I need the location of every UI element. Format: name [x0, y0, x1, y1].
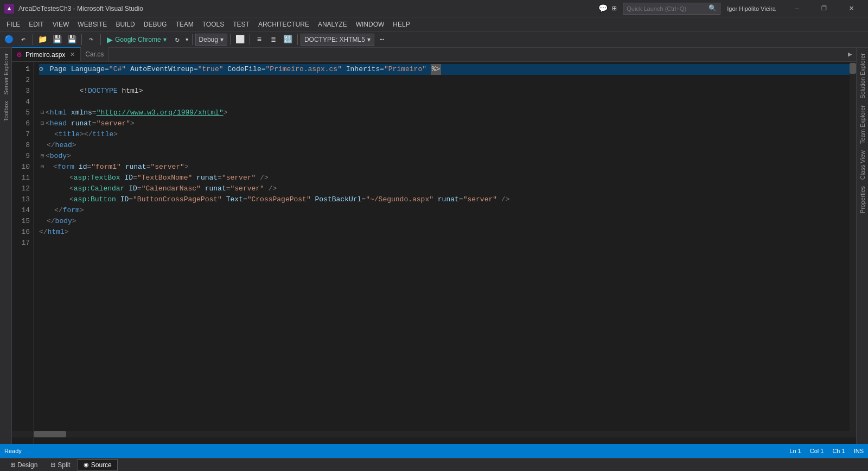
right-sidebar: Solution Explorer Team Explorer Class Vi… — [856, 48, 868, 444]
vscroll-thumb[interactable] — [850, 63, 856, 74]
code-line-9: ⊟ <body> — [39, 151, 856, 162]
line-num-16: 16 — [14, 227, 30, 238]
tab-split[interactable]: ⊟ Split — [44, 459, 76, 471]
doctype-dropdown[interactable]: DOCTYPE: XHTML5 ▾ — [301, 34, 374, 46]
debug-dropdown[interactable]: Debug ▾ — [195, 34, 227, 46]
tab-close-primeiro[interactable]: ✕ — [68, 51, 76, 59]
code-line-12: <asp:Calendar ID="CalendarNasc" runat="s… — [39, 183, 856, 194]
line-num-4: 4 — [14, 97, 30, 107]
tb-icon3[interactable]: ≣ — [267, 33, 280, 46]
tb-sep7 — [297, 34, 298, 45]
line-num-11: 11 — [14, 173, 30, 183]
redo-button[interactable]: ↷ — [85, 33, 98, 46]
tabs-scroll-right[interactable]: ▶ — [844, 47, 856, 61]
menu-window[interactable]: WINDOW — [352, 17, 389, 31]
tab-design[interactable]: ⊞ Design — [4, 459, 43, 471]
menu-build[interactable]: BUILD — [111, 17, 139, 31]
menu-view[interactable]: VIEW — [48, 17, 74, 31]
aspx-file-icon: ⚙ — [16, 51, 22, 59]
source-icon: ◉ — [84, 461, 89, 468]
menu-team[interactable]: TEAM — [171, 17, 197, 31]
line-num-15: 15 — [14, 216, 30, 227]
tb-icon4[interactable]: 🔠 — [281, 33, 295, 46]
code-line-16: </html> — [39, 227, 856, 238]
run-label: Google Chrome — [115, 36, 161, 43]
line-num-12: 12 — [14, 183, 30, 194]
tab-car-cs[interactable]: Car.cs — [81, 47, 108, 61]
undo-button[interactable]: ↶ — [17, 33, 30, 46]
split-label: Split — [58, 461, 70, 469]
menu-bar: FILE EDIT VIEW WEBSITE BUILD DEBUG TEAM … — [0, 17, 868, 31]
line-num-10: 10 — [14, 162, 30, 173]
source-label: Source — [91, 461, 112, 469]
editor-hscrollbar[interactable] — [12, 431, 856, 437]
tb-icon2[interactable]: ≡ — [253, 33, 266, 46]
menu-file[interactable]: FILE — [2, 17, 24, 31]
hscroll-thumb[interactable] — [34, 431, 66, 437]
sidebar-solution-explorer[interactable]: Solution Explorer — [858, 50, 867, 102]
menu-edit[interactable]: EDIT — [24, 17, 48, 31]
save-button[interactable]: 💾 — [50, 33, 64, 46]
sidebar-properties[interactable]: Properties — [858, 183, 867, 217]
refresh-button[interactable]: ↻ — [171, 33, 184, 46]
status-ch: Ch 1 — [832, 448, 845, 454]
run-button[interactable]: ▶ Google Chrome ▾ — [104, 33, 170, 46]
title-bar: ▲ AreaDeTestesCh3 - Microsoft Visual Stu… — [0, 0, 868, 17]
code-line-4 — [39, 97, 856, 107]
editor-vscrollbar[interactable] — [850, 62, 856, 437]
tb-sep5 — [230, 34, 231, 45]
status-bar: Ready Ln 1 Col 1 Ch 1 INS — [0, 444, 868, 458]
chat-icon[interactable]: 💬 — [598, 4, 608, 13]
tab-label-car: Car.cs — [85, 50, 104, 58]
status-ready: Ready — [4, 448, 22, 454]
code-line-17 — [39, 238, 856, 249]
window-controls: 💬 ⊞ 🔍 Igor Hipólito Vieira ─ ❐ ✕ — [598, 0, 864, 17]
save-all-button[interactable]: 💾 — [65, 33, 79, 46]
new-project-button[interactable]: 🔵 — [2, 33, 16, 46]
menu-debug[interactable]: DEBUG — [139, 17, 171, 31]
menu-tools[interactable]: TOOLS — [198, 17, 228, 31]
tab-primeiro-aspx[interactable]: ⚙ Primeiro.aspx ✕ — [12, 47, 81, 61]
menu-architecture[interactable]: ARCHITECTURE — [254, 17, 314, 31]
open-button[interactable]: 📁 — [36, 33, 49, 46]
close-button[interactable]: ✕ — [839, 0, 864, 17]
menu-website[interactable]: WEBSITE — [73, 17, 111, 31]
quick-launch-box[interactable]: 🔍 — [623, 3, 720, 15]
sidebar-team-explorer[interactable]: Team Explorer — [858, 102, 867, 147]
sidebar-class-view[interactable]: Class View — [858, 147, 867, 183]
tb-sep1 — [33, 34, 33, 45]
design-icon: ⊞ — [10, 461, 15, 468]
restore-button[interactable]: ❐ — [812, 0, 837, 17]
filter-icon[interactable]: ⊞ — [612, 4, 616, 13]
sidebar-toolbox[interactable]: Toolbox — [2, 98, 10, 125]
code-line-7: <title></title> — [39, 129, 856, 140]
run-dropdown2[interactable]: ▾ — [185, 35, 189, 44]
sidebar-server-explorer[interactable]: Server Explorer — [2, 50, 10, 98]
menu-analyze[interactable]: ANALYZE — [314, 17, 352, 31]
menu-test[interactable]: TEST — [228, 17, 254, 31]
search-icon: 🔍 — [709, 4, 717, 12]
split-icon: ⊟ — [50, 461, 55, 468]
minimize-button[interactable]: ─ — [784, 0, 809, 17]
bottom-tabs: ⊞ Design ⊟ Split ◉ Source — [0, 458, 868, 471]
tb-sep3 — [100, 34, 101, 45]
doctype-label: DOCTYPE: XHTML5 — [304, 36, 365, 43]
status-ins: INS — [854, 448, 864, 454]
tb-icon5[interactable]: ⋯ — [375, 33, 388, 46]
code-line-1: ⚙ Page Language="C#" AutoEventWireup="tr… — [39, 64, 856, 75]
design-label: Design — [17, 461, 37, 469]
code-content[interactable]: ⚙ Page Language="C#" AutoEventWireup="tr… — [34, 62, 856, 444]
code-line-5: ⊟ <html xmlns="http://www.w3.org/1999/xh… — [39, 107, 856, 118]
code-line-11: <asp:TextBox ID="TextBoxNome" runat="ser… — [39, 173, 856, 183]
menu-help[interactable]: HELP — [388, 17, 414, 31]
status-ln: Ln 1 — [789, 448, 801, 454]
quick-launch-input[interactable] — [627, 5, 709, 12]
tab-source[interactable]: ◉ Source — [78, 459, 118, 471]
line-numbers: 1 2 3 4 5 6 7 8 9 10 11 12 13 14 15 16 1… — [12, 62, 34, 444]
tb-icon1[interactable]: ⬜ — [233, 33, 247, 46]
line-num-5: 5 — [14, 107, 30, 118]
run-dropdown-arrow[interactable]: ▾ — [163, 36, 167, 43]
left-sidebar: Server Explorer Toolbox — [0, 48, 12, 444]
line-num-1: 1 — [14, 64, 30, 75]
code-line-8: </head> — [39, 140, 856, 151]
